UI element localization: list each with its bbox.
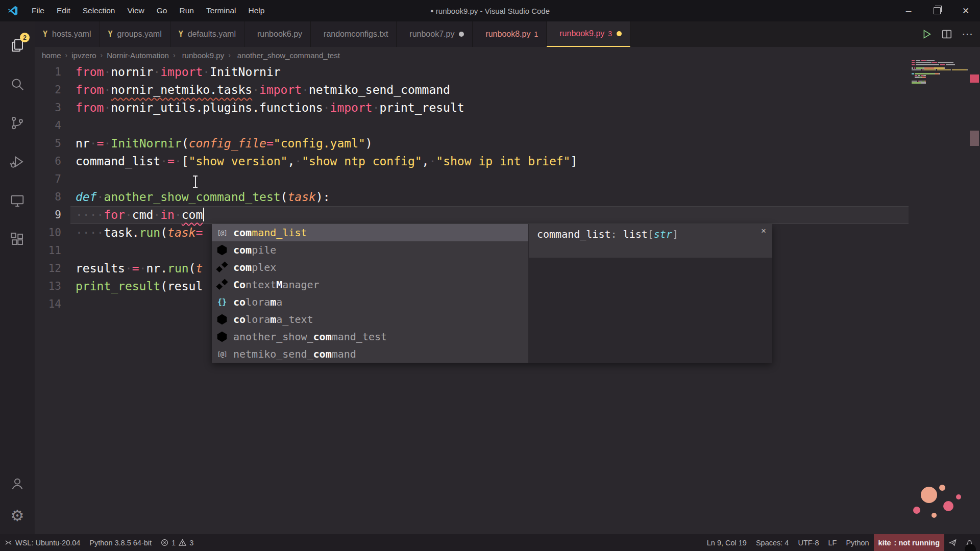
line-content: def·another_show_command_test(task):	[76, 188, 330, 206]
minimap-line	[912, 73, 940, 74]
tab-randomconfigs.txt[interactable]: randomconfigs.txt	[311, 21, 397, 47]
symbol-class-icon	[216, 261, 228, 273]
suggest-item-command_list[interactable]: [@]command_list	[212, 224, 528, 241]
breadcrumb-separator: ›	[101, 51, 103, 59]
activity-search-icon[interactable]	[0, 69, 35, 99]
suggest-list: [@]command_listcompilecomplexContextMana…	[212, 224, 528, 363]
problem-count: 1	[534, 30, 538, 38]
activity-run-debug-icon[interactable]	[0, 147, 35, 177]
activity-gear-icon[interactable]: ⚙	[0, 500, 35, 530]
menu-help[interactable]: Help	[242, 0, 271, 21]
status-python-3-8-5-64-bit[interactable]: Python 3.8.5 64-bit	[85, 534, 156, 551]
menu-view[interactable]: View	[121, 0, 150, 21]
suggest-item-colorama_text[interactable]: colorama_text	[212, 311, 528, 328]
line-number: 13	[35, 278, 61, 295]
suggest-item-ContextManager[interactable]: ContextManager	[212, 276, 528, 293]
code-line-1[interactable]: 1from·nornir·import·InitNornir	[35, 63, 980, 81]
menu-file[interactable]: File	[26, 0, 51, 21]
code-line-7[interactable]: 7	[35, 170, 980, 188]
status-utf-8[interactable]: UTF-8	[793, 534, 823, 551]
minimize-button[interactable]: ─	[894, 0, 923, 21]
suggest-item-another_show_command_test[interactable]: another_show_command_test	[212, 328, 528, 345]
line-number: 3	[35, 99, 61, 117]
dirty-dot: ●	[430, 8, 434, 14]
tab-runbook9.py[interactable]: runbook9.py3	[547, 21, 630, 47]
suggest-item-colorama[interactable]: {}colorama	[212, 293, 528, 311]
breadcrumb-item-home[interactable]: home	[42, 51, 61, 60]
tab-runbook8.py[interactable]: runbook8.py1	[473, 21, 547, 47]
suggest-label: compile	[233, 244, 276, 256]
minimap-line	[912, 69, 968, 70]
problem-count: 3	[608, 30, 612, 38]
play-icon[interactable]	[921, 29, 932, 40]
line-number: 11	[35, 242, 61, 260]
code-line-2[interactable]: 2from·nornir_netmiko.tasks·import·netmik…	[35, 81, 980, 99]
tab-label: runbook8.py	[485, 30, 530, 39]
status-spaces-4[interactable]: Spaces: 4	[751, 534, 794, 551]
tab-label: runbook9.py	[559, 29, 604, 38]
activity-files-icon[interactable]: 2	[0, 31, 35, 60]
remote-indicator[interactable]: WSL: Ubuntu-20.04	[0, 534, 85, 551]
tab-runbook6.py[interactable]: runbook6.py	[244, 21, 311, 47]
close-button[interactable]: ✕	[951, 0, 980, 21]
menu-go[interactable]: Go	[151, 0, 174, 21]
activity-remote-explorer-icon[interactable]	[0, 186, 35, 215]
dirty-dot[interactable]	[459, 32, 464, 37]
yaml-file-icon: Y	[43, 30, 47, 39]
line-number: 2	[35, 81, 61, 99]
suggest-item-complex[interactable]: complex	[212, 259, 528, 276]
ruler-mark	[970, 131, 979, 146]
suggest-item-netmiko_send_command[interactable]: [@]netmiko_send_command	[212, 345, 528, 363]
menu-selection[interactable]: Selection	[77, 0, 121, 21]
breadcrumb-item-runbook9.py[interactable]: runbook9.py	[180, 51, 225, 60]
code-line-8[interactable]: 8def·another_show_command_test(task):	[35, 188, 980, 206]
suggest-item-compile[interactable]: compile	[212, 241, 528, 259]
line-number: 9	[35, 206, 61, 224]
breadcrumb-item-ipvzero[interactable]: ipvzero	[71, 51, 96, 60]
menu-edit[interactable]: Edit	[51, 0, 77, 21]
code-line-4[interactable]: 4	[35, 117, 980, 135]
split-editor-icon[interactable]	[941, 29, 952, 40]
yaml-file-icon: Y	[108, 30, 113, 39]
status-python[interactable]: Python	[841, 534, 873, 551]
tab-runbook7.py[interactable]: runbook7.py	[397, 21, 473, 47]
breadcrumb-item-another_show_command_test[interactable]: another_show_command_test	[235, 51, 340, 60]
tab-bar: Yhosts.yamlYgroups.yamlYdefaults.yamlrun…	[35, 21, 980, 47]
tab-label: hosts.yaml	[52, 30, 91, 39]
problems-indicator[interactable]: 13	[156, 534, 198, 551]
breadcrumb-item-Nornir-Automation[interactable]: Nornir-Automation	[107, 51, 169, 60]
suggest-label: colorama	[233, 296, 282, 308]
code-line-6[interactable]: 6command_list·=·["show version",·"show n…	[35, 153, 980, 170]
minimap-line	[912, 82, 926, 83]
line-number: 1	[35, 63, 61, 81]
line-number: 5	[35, 135, 61, 153]
line-content: results·=·nr.run(t	[76, 260, 203, 278]
menu-terminal[interactable]: Terminal	[200, 0, 242, 21]
activity-source-control-icon[interactable]	[0, 108, 35, 138]
code-line-5[interactable]: 5nr·=·InitNornir(config_file="config.yam…	[35, 135, 980, 153]
overview-ruler[interactable]	[969, 21, 980, 534]
breadcrumb-label: runbook9.py	[182, 51, 225, 60]
status-ln-9-col-19[interactable]: Ln 9, Col 19	[702, 534, 751, 551]
kite-status[interactable]: kite: not running	[874, 534, 944, 551]
close-icon[interactable]: ×	[761, 226, 766, 236]
status-right: Ln 9, Col 19Spaces: 4UTF-8LFPythonkite: …	[702, 534, 978, 551]
status-lf[interactable]: LF	[824, 534, 842, 551]
suggest-label: ContextManager	[233, 279, 320, 291]
breadcrumb: home›ipvzero›Nornir-Automation›runbook9.…	[35, 47, 980, 63]
breadcrumb-label: Nornir-Automation	[107, 51, 169, 60]
code-line-9[interactable]: 9····for·cmd·in·com	[35, 206, 980, 224]
decorative-dot	[932, 513, 937, 518]
tab-groups.yaml[interactable]: Ygroups.yaml	[100, 21, 170, 47]
suggest-widget: [@]command_listcompilecomplexContextMana…	[212, 224, 772, 363]
tab-defaults.yaml[interactable]: Ydefaults.yaml	[170, 21, 244, 47]
dirty-dot[interactable]	[617, 31, 622, 36]
feedback-icon[interactable]	[944, 534, 961, 551]
menu-run[interactable]: Run	[173, 0, 200, 21]
activity-account-icon[interactable]	[0, 469, 35, 498]
activity-extensions-icon[interactable]	[0, 224, 35, 254]
suggest-label: command_list	[233, 227, 307, 239]
tab-hosts.yaml[interactable]: Yhosts.yaml	[35, 21, 100, 47]
restore-button[interactable]	[923, 0, 951, 21]
code-line-3[interactable]: 3from·nornir_utils.plugins.functions·imp…	[35, 99, 980, 117]
